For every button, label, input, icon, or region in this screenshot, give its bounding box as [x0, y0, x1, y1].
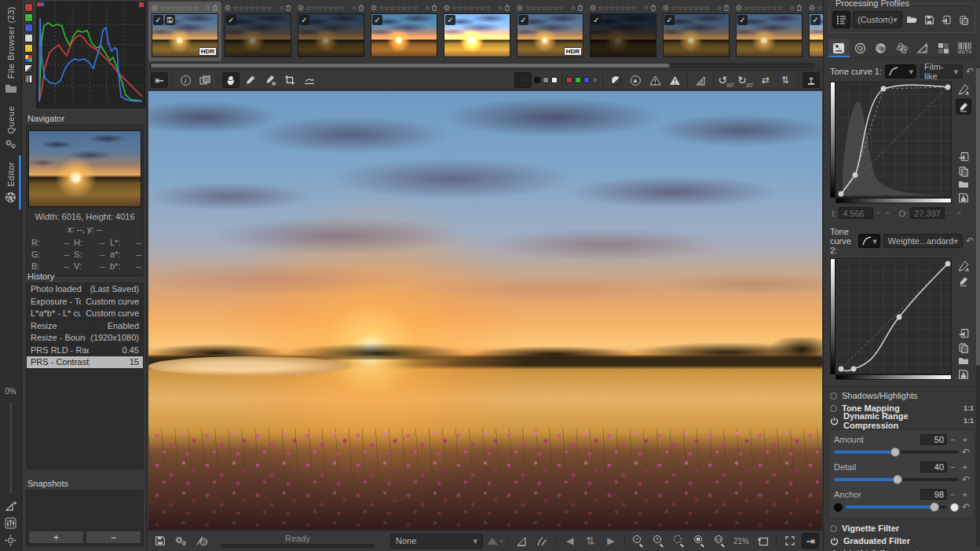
zoom-fit-crop-button[interactable] — [691, 533, 708, 549]
output-spinner[interactable]: − + — [947, 209, 963, 217]
navigator-thumbnail[interactable] — [28, 130, 141, 207]
tab-detail[interactable] — [850, 38, 871, 57]
tab-queue[interactable]: Queue — [0, 100, 21, 155]
thumb-profile-gear-icon[interactable] — [808, 4, 816, 12]
curve2-edit-point-button[interactable] — [957, 260, 970, 272]
straighten-tool-button[interactable] — [301, 72, 318, 88]
thumb-rating-stars[interactable]: ☆☆☆☆☆☆☆ — [671, 4, 709, 12]
detail-spinner[interactable]: − + — [950, 462, 970, 472]
snapshot-remove-button[interactable]: − — [86, 531, 141, 544]
red-channel-preview[interactable] — [566, 77, 572, 83]
histogram-red-toggle[interactable] — [24, 3, 33, 12]
thumb-profile-gear-icon[interactable] — [224, 4, 232, 12]
tone-curve-2-type-dropdown[interactable]: ▾ — [858, 234, 880, 248]
thumb-trash-icon[interactable] — [503, 4, 511, 12]
tab-metadata[interactable]: META — [954, 38, 975, 57]
anchor-value-field[interactable]: 98 — [920, 489, 947, 500]
history-row-selected[interactable]: PRS - Contrast thr...15 — [27, 356, 143, 369]
filmstrip-thumb[interactable]: ☆☆☆☆☆☆☆ ○ ✓ — [294, 2, 368, 61]
hand-tool-button[interactable] — [222, 72, 240, 88]
thumb-colorlabel-icon[interactable]: ○ — [280, 4, 283, 12]
anchor-spinner[interactable]: − + — [950, 490, 970, 499]
thumb-colorlabel-icon[interactable]: ○ — [353, 4, 357, 12]
filmstrip-thumb[interactable]: ☆☆☆☆☆☆☆ ○ ✓ — [441, 2, 514, 61]
zoom-out-button[interactable]: − — [630, 533, 647, 549]
thumb-trash-icon[interactable] — [576, 4, 584, 12]
tab-color[interactable] — [870, 38, 891, 57]
tone-curve-2-grid[interactable] — [836, 258, 952, 374]
add-to-queue-button[interactable] — [172, 533, 189, 549]
thumb-trash-icon[interactable] — [430, 4, 438, 12]
bg-black-swatch[interactable] — [534, 77, 540, 83]
tab-editor[interactable]: Editor — [0, 155, 21, 210]
thumb-colorlabel-icon[interactable]: ○ — [426, 4, 430, 12]
thumb-colorlabel-icon[interactable]: ○ — [499, 4, 503, 12]
tool-enabled-power-icon[interactable] — [830, 417, 839, 425]
histogram-raw-toggle[interactable] — [24, 64, 33, 73]
photo-canvas[interactable] — [148, 91, 822, 530]
fullscreen-button[interactable] — [781, 533, 799, 549]
amount-reset-button[interactable]: ↶ — [962, 447, 970, 458]
thumb-profile-gear-icon[interactable] — [662, 4, 670, 12]
image-info-button[interactable]: i — [177, 72, 194, 88]
image-navigation-button[interactable]: ⇅ — [582, 533, 599, 549]
thumb-rating-stars[interactable]: ☆☆☆☆☆☆☆ — [232, 4, 271, 12]
send-to-editor-button[interactable] — [192, 533, 210, 549]
thumb-colorlabel-icon[interactable]: ○ — [718, 4, 722, 12]
anchor-slider-thumb[interactable] — [930, 502, 939, 512]
flip-vertical-button[interactable]: ⇅ — [777, 72, 794, 88]
history-row[interactable]: Photo loaded(Last Saved) — [27, 283, 143, 296]
history-row[interactable]: Resize - Bounding...(1920x1080) — [27, 332, 143, 345]
thumb-rating-stars[interactable]: ☆☆☆☆☆☆☆ — [452, 4, 490, 12]
thumb-rating-stars[interactable]: ☆☆☆☆☆☆☆ — [598, 4, 636, 12]
bg-white-swatch[interactable] — [551, 77, 558, 83]
history-row[interactable]: Exposure - Tone c...Custom curve — [27, 296, 143, 308]
tab-exposure[interactable] — [828, 38, 850, 57]
thumb-rating-stars[interactable]: ☆☆☆☆☆☆☆ — [744, 4, 782, 12]
gamut-check-button[interactable]: ▲ — [627, 72, 644, 88]
before-after-view-button[interactable] — [196, 72, 214, 88]
detail-slider[interactable] — [834, 478, 959, 481]
bg-gray-swatch[interactable] — [543, 77, 549, 83]
tone-curve-1-reset-button[interactable]: ↶ — [966, 66, 974, 77]
false-color-preview-button[interactable] — [607, 72, 624, 88]
history-row[interactable]: L*a*b* - L* curveCustom curve — [27, 308, 143, 320]
histogram-bar-toggle[interactable] — [24, 75, 33, 83]
curve1-pen-edit-button[interactable] — [956, 99, 971, 115]
thumb-colorlabel-icon[interactable]: ○ — [645, 4, 649, 12]
tone-curve-1-grid[interactable] — [836, 82, 952, 198]
filmstrip-scrollbar[interactable] — [149, 63, 815, 68]
profile-select-dropdown[interactable]: (Custom) ▾ — [853, 11, 902, 28]
tool-dynamic-range-compression[interactable]: Dynamic Range Compression 1:1 — [824, 414, 980, 427]
tab-advanced[interactable] — [891, 38, 912, 57]
detail-reset-button[interactable]: ↶ — [962, 474, 970, 485]
filmstrip-thumb[interactable]: ☆☆☆☆☆☆☆ ○ ✓ — [733, 2, 806, 61]
before-after-toggle-button[interactable] — [514, 533, 531, 549]
histogram-blue-toggle[interactable] — [24, 24, 33, 32]
tone-curve-1-mode-dropdown[interactable]: Film-like ▾ — [920, 64, 963, 78]
thumb-trash-icon[interactable] — [357, 4, 365, 12]
profile-fill-mode-button[interactable] — [832, 11, 850, 28]
strip-vertical-slider[interactable] — [9, 401, 13, 495]
flip-horizontal-button[interactable]: ⇄ — [757, 72, 774, 88]
amount-value-field[interactable]: 50 — [920, 434, 947, 445]
curve2-paste-button[interactable] — [958, 328, 970, 339]
anchor-reset-button[interactable]: ↶ — [962, 502, 970, 513]
zoom-fit-button[interactable] — [671, 533, 688, 549]
thumb-rating-stars[interactable]: ☆☆☆☆☆☆☆ — [305, 4, 344, 12]
filmstrip-thumb[interactable]: ☆☆☆☆☆☆☆ ○ ✓ — [221, 2, 294, 61]
thumb-profile-gear-icon[interactable] — [589, 4, 597, 12]
detail-value-field[interactable]: 40 — [920, 462, 947, 473]
snapshot-add-button[interactable]: + — [28, 531, 84, 544]
filmstrip-thumb[interactable]: ☆☆☆☆☆☆☆ ○ ✓ — [368, 2, 441, 61]
tab-file-browser[interactable]: File Browser (23) — [0, 0, 21, 100]
copy-profile-button[interactable] — [939, 12, 954, 27]
green-channel-preview[interactable] — [575, 77, 581, 83]
color-picker-button[interactable] — [261, 72, 279, 88]
histogram-luminosity-toggle[interactable] — [24, 34, 33, 42]
tool-enabled-power-icon[interactable] — [830, 537, 839, 546]
tone-curve-2-mode-dropdown[interactable]: Weighte...andard ▾ — [883, 234, 963, 248]
hide-left-panel-button[interactable]: ⇤ — [151, 72, 168, 88]
curve2-pen-edit-button[interactable] — [958, 276, 969, 286]
curve2-load-button[interactable] — [958, 356, 970, 366]
